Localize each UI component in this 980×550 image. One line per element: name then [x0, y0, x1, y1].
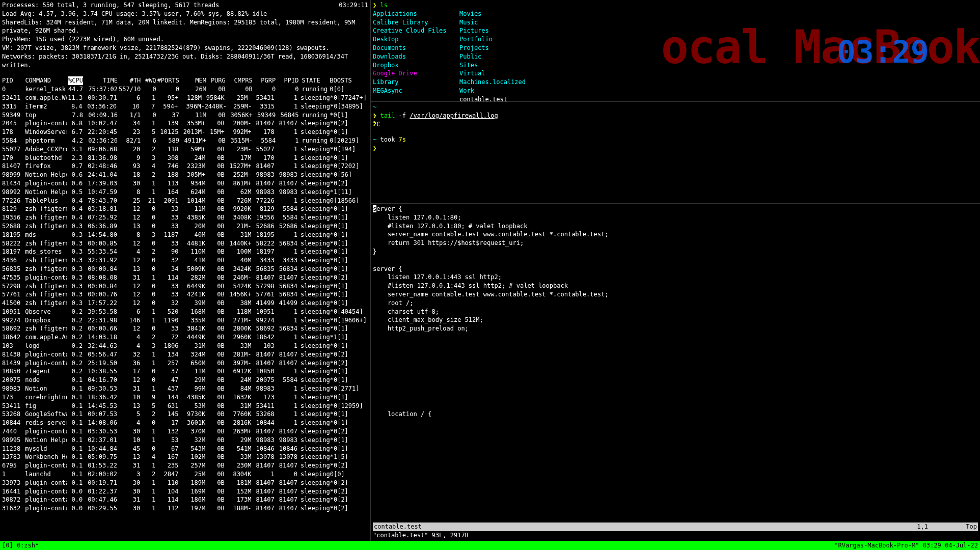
process-row: 77226TablePlus0.478:43.70252120911014M0B…	[0, 197, 370, 205]
tmux-container: Processes: 550 total, 3 running, 547 sle…	[0, 0, 980, 541]
col-wq: #WQ	[141, 76, 156, 85]
vim-pane[interactable]: server { listen 127.0.0.1:80; #listen 12…	[371, 204, 980, 541]
vim-line: }	[373, 248, 978, 256]
col-state: STATE	[299, 76, 330, 85]
process-row: 7440plugin-conta0.103:30.53301132370M0B2…	[0, 427, 370, 436]
top-summary: Processes: 550 total, 3 running, 547 sle…	[0, 0, 370, 76]
process-row: 31632plugin-conta0.000:29.55301112197M0B…	[0, 504, 370, 513]
vim-line	[373, 333, 978, 342]
process-row: 18197mds_stores0.355:33.544290110M0B100M…	[0, 248, 370, 256]
process-row: 103logd0.232:44.6343180631M0B33M1031slee…	[0, 342, 370, 350]
col-boosts: BOOSTS	[330, 76, 368, 85]
summary-line: Networks: packets: 30318371/21G in, 2521…	[2, 52, 368, 70]
process-row: 10844redis-server0.114:08.0640173601K0B2…	[0, 419, 370, 427]
tail-args: -f	[399, 112, 410, 119]
ls-item: Projects	[459, 44, 546, 52]
process-row: 98995Notion Helpe0.102:37.011015332M0B29…	[0, 436, 370, 445]
vim-line: root /;	[373, 299, 978, 308]
process-row: 173corebrightne0.118:36.421091444385K0B1…	[0, 393, 370, 402]
ls-pane[interactable]: ❯ ls ApplicationsCalibre LibraryCreative…	[371, 0, 980, 102]
took-time: 7s	[399, 136, 406, 143]
process-row: 57298zsh (figterm0.300:00.84120336449K0B…	[0, 282, 370, 291]
summary-line: Load Avg: 4.57, 3.96, 3.74 CPU usage: 3.…	[2, 10, 368, 18]
col-command: COMMAND	[25, 76, 67, 85]
right-pane-group: ❯ ls ApplicationsCalibre LibraryCreative…	[371, 0, 980, 541]
tilde-prompt: ~	[373, 136, 380, 143]
ls-item: Google Drive	[373, 69, 459, 78]
process-row: 3436zsh (figterm0.332:31.921203241M0B40M…	[0, 256, 370, 265]
process-row: 53431com.apple.We11.300:30.716195+128M-9…	[0, 94, 370, 102]
col-cmprs: CMPRS	[226, 76, 253, 85]
vim-line	[373, 350, 978, 359]
vim-line	[373, 342, 978, 350]
vim-cursor-pos: 1,1	[917, 523, 928, 530]
ls-item: Calibre Library	[373, 18, 459, 27]
process-row: 56835zsh (figterm0.300:00.84130345009K0B…	[0, 265, 370, 273]
process-row: 3315iTerm28.403:36:20107594+396M-2448K-2…	[0, 102, 370, 111]
vim-line: server {	[373, 265, 978, 273]
process-row: 81434plugin-conta0.617:39.03301113934M0B…	[0, 179, 370, 188]
ls-item: Music	[459, 18, 546, 27]
ls-output: ApplicationsCalibre LibraryCreative Clou…	[373, 10, 978, 104]
process-row: 58222zsh (figterm0.300:00.85120334481K0B…	[0, 239, 370, 248]
prompt-icon: ❯	[373, 112, 380, 119]
process-row: 1launchd0.102:00:0232284725M0B8304K10sle…	[0, 470, 370, 479]
ls-item: Public	[459, 52, 546, 61]
process-row: 30872plugin-conta0.000:47.46311114186M0B…	[0, 496, 370, 504]
vim-line: listen 127.0.0.1:80;	[373, 213, 978, 222]
process-row: 178WindowServer6.722:20:45235101252013M-…	[0, 128, 370, 136]
vim-line	[373, 359, 978, 367]
process-row: 6795plugin-conta0.101:53.22311235257M0B2…	[0, 461, 370, 470]
col-ports: #PORTS	[156, 76, 179, 85]
top-pane[interactable]: Processes: 550 total, 3 running, 547 sle…	[0, 0, 371, 541]
vim-line: location / {	[373, 410, 978, 419]
process-row: 98999Notion Helpe0.624:41.04182188305M+0…	[0, 171, 370, 179]
process-row: 13783Workbench He0.105:09.75134167102M0B…	[0, 453, 370, 461]
ls-item: Virtual Machines.localized	[459, 69, 546, 87]
process-row: 18642com.apple.Am0.214:03.1842724449K0B2…	[0, 333, 370, 342]
vim-line	[373, 401, 978, 410]
vim-cursor: s	[373, 205, 376, 212]
vim-line	[373, 376, 978, 384]
process-row: 98983Notion0.109:30.5331143799M0B84M9898…	[0, 384, 370, 393]
process-row: 16441plugin-conta0.001:22.37301104169M0B…	[0, 487, 370, 496]
vim-scroll-pos: Top	[966, 523, 977, 530]
ls-item: Movies	[459, 10, 546, 18]
process-row: 99274Dropbox0.222:31.9814611190335M0B271…	[0, 316, 370, 325]
vim-line: #listen 127.0.0.1:443 ssl http2; # valet…	[373, 282, 978, 290]
process-row: 33973plugin-conta0.100:19.71301110189M0B…	[0, 479, 370, 487]
ls-item: Applications	[373, 10, 459, 18]
prompt-icon: ❯	[373, 2, 380, 9]
vim-statusline: contable.test 1,1 Top	[373, 522, 978, 531]
ls-item: Library	[373, 78, 459, 87]
ls-item: Documents	[373, 44, 459, 52]
process-row: 59349top7.800:09.161/103711M0B3056K+5934…	[0, 111, 370, 120]
tmux-session-info[interactable]: [0] 0:zsh*	[2, 541, 39, 550]
process-row: 5584phpstorm4.202:36:2682/165894911M+0B3…	[0, 136, 370, 145]
ls-item: Creative Cloud Files	[373, 26, 459, 35]
process-row: 10951Qbserve0.239:53.5861520168M0B118M10…	[0, 308, 370, 316]
tmux-statusbar[interactable]: [0] 0:zsh* "RVargas-MacBook-Pro-M" 03:29…	[0, 541, 980, 550]
vim-filename: contable.test	[374, 522, 422, 531]
vim-line: #listen 127.0.0.1:80; # valet loopback	[373, 222, 978, 231]
process-row: 41500zsh (figterm0.317:57.221203239M0B38…	[0, 299, 370, 308]
process-row: 18195mds0.314:54.8083118740M0B31M181951s…	[0, 231, 370, 239]
vim-line: client_max_body_size 512M;	[373, 316, 978, 324]
process-row: 81439plugin-conta0.225:19.50361257650M0B…	[0, 359, 370, 368]
col-cpu-sorted: %CPU	[68, 76, 83, 85]
process-row: 20075node0.104:16.701204729M0B24M2007555…	[0, 376, 370, 384]
process-row: 55027Adobe_CCXPro3.109:06.6820211859M+0B…	[0, 145, 370, 154]
ls-command: ls	[380, 2, 387, 9]
vim-line: http2_push_preload on;	[373, 324, 978, 333]
process-row: 53411fig0.114:45.5313563153M0B31M534111s…	[0, 402, 370, 410]
col-pid: PID	[2, 76, 25, 85]
tail-pane[interactable]: ~ ❯ tail -f /var/log/appfirewall.log ^C …	[371, 102, 980, 204]
prompt-icon: ❯	[373, 144, 978, 153]
tail-path: /var/log/appfirewall.log	[410, 112, 498, 119]
col-pgrp: PGRP	[253, 76, 276, 85]
process-row: 170bluetoothd2.381:36.989330824M0B17M170…	[0, 154, 370, 162]
process-row: 81407firefox0.702:48:469347462323M0B1527…	[0, 162, 370, 171]
vim-buffer[interactable]: server { listen 127.0.0.1:80; #listen 12…	[373, 205, 978, 522]
process-row: 98992Notion Helpe0.510:47.5981164624M0B6…	[0, 188, 370, 197]
vim-line: return 301 https://$host$request_uri;	[373, 239, 978, 248]
